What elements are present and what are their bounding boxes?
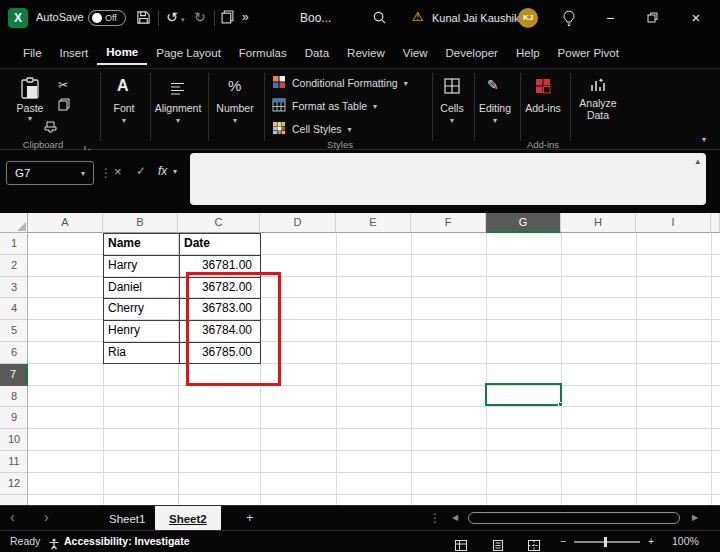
sheet-nav-left-icon[interactable]: ‹ xyxy=(10,509,15,525)
cell-styles-button[interactable]: Cell Styles ▾ xyxy=(272,121,352,137)
cut-icon[interactable]: ✂ xyxy=(58,78,68,92)
addins-button[interactable]: Add-ins xyxy=(520,102,566,114)
tab-view[interactable]: View xyxy=(394,40,437,64)
cell-c5[interactable]: 36784.00 xyxy=(178,320,260,342)
column-header-h[interactable]: H xyxy=(561,213,636,233)
column-header-g[interactable]: G xyxy=(486,213,561,233)
paste-button[interactable]: Paste xyxy=(8,102,52,114)
number-dropdown-icon[interactable]: ▾ xyxy=(208,116,262,125)
tab-file[interactable]: File xyxy=(14,40,51,64)
row-header-10[interactable]: 10 xyxy=(0,429,28,451)
sheet-nav-right-icon[interactable]: › xyxy=(44,509,49,525)
cell-b1[interactable]: Name xyxy=(103,233,177,255)
undo-icon[interactable]: ↺ xyxy=(166,9,178,25)
row-header-1[interactable]: 1 xyxy=(0,233,28,255)
avatar[interactable]: KJ xyxy=(518,8,538,28)
row-header-6[interactable]: 6 xyxy=(0,342,28,364)
search-icon[interactable] xyxy=(372,10,387,29)
restore-button[interactable] xyxy=(638,4,666,32)
row-header-7[interactable]: 7 xyxy=(0,364,28,386)
cell-b2[interactable]: Harry xyxy=(103,255,177,277)
zoom-slider-thumb[interactable] xyxy=(604,537,607,547)
font-dropdown-icon[interactable]: ▾ xyxy=(100,116,148,125)
column-header-b[interactable]: B xyxy=(103,213,178,233)
save-icon[interactable] xyxy=(136,10,151,29)
cells-button[interactable]: Cells xyxy=(432,102,472,114)
cancel-entry-icon[interactable]: × xyxy=(114,164,122,179)
cell-c3[interactable]: 36782.00 xyxy=(178,277,260,299)
horizontal-scrollbar[interactable] xyxy=(466,512,684,525)
cell-c6[interactable]: 36785.00 xyxy=(178,342,260,364)
number-button[interactable]: Number xyxy=(208,102,262,114)
enter-entry-icon[interactable]: ✓ xyxy=(136,164,146,178)
conditional-formatting-button[interactable]: Conditional Formatting ▾ xyxy=(272,75,408,91)
formula-bar-expand-icon[interactable]: ▴ xyxy=(695,156,700,166)
fill-handle[interactable] xyxy=(558,402,563,407)
copy-icon[interactable] xyxy=(221,10,234,28)
minimize-button[interactable]: − xyxy=(596,4,624,32)
zoom-out-icon[interactable]: − xyxy=(560,535,566,547)
column-header-f[interactable]: F xyxy=(411,213,486,233)
alignment-button[interactable]: Alignment xyxy=(150,102,206,114)
sheet-tab-sheet2[interactable]: Sheet2 xyxy=(155,506,221,531)
row-header-11[interactable]: 11 xyxy=(0,451,28,473)
fx-dropdown-icon[interactable]: ▾ xyxy=(173,167,177,176)
row-header-2[interactable]: 2 xyxy=(0,255,28,277)
tab-formulas[interactable]: Formulas xyxy=(230,40,296,64)
close-button[interactable]: × xyxy=(682,4,710,32)
zoom-level[interactable]: 100% xyxy=(672,535,699,547)
tab-developer[interactable]: Developer xyxy=(437,40,507,64)
excel-app-icon[interactable]: X xyxy=(8,8,28,28)
font-button[interactable]: Font xyxy=(100,102,148,114)
column-header-c[interactable]: C xyxy=(178,213,260,233)
select-all-corner[interactable] xyxy=(0,213,28,233)
tab-help[interactable]: Help xyxy=(507,40,549,64)
tab-page-layout[interactable]: Page Layout xyxy=(147,40,230,64)
user-name[interactable]: Kunal Jai Kaushik xyxy=(432,12,519,24)
more-commands-icon[interactable]: » xyxy=(242,10,249,24)
cell-c1[interactable]: Date xyxy=(178,233,260,255)
tab-insert[interactable]: Insert xyxy=(51,40,98,64)
cell-b5[interactable]: Henry xyxy=(103,320,177,342)
column-header-e[interactable]: E xyxy=(336,213,411,233)
tab-home[interactable]: Home xyxy=(97,39,147,65)
row-header-5[interactable]: 5 xyxy=(0,320,28,342)
insert-function-icon[interactable]: fx xyxy=(158,164,167,178)
formula-input[interactable]: ▴ xyxy=(190,153,706,205)
column-header-i[interactable]: I xyxy=(636,213,711,233)
editing-button[interactable]: Editing xyxy=(472,102,518,114)
row-header-12[interactable]: 12 xyxy=(0,473,28,495)
column-header-d[interactable]: D xyxy=(260,213,336,233)
lightbulb-icon[interactable] xyxy=(562,10,576,30)
format-as-table-button[interactable]: Format as Table ▾ xyxy=(272,98,377,114)
column-header-a[interactable]: A xyxy=(28,213,103,233)
tab-power-pivot[interactable]: Power Pivot xyxy=(549,40,628,64)
autosave-toggle[interactable]: Off xyxy=(88,10,126,26)
hscroll-left-icon[interactable]: ◀ xyxy=(452,513,458,522)
ribbon-collapse-icon[interactable]: ▾ xyxy=(696,135,712,144)
tab-data[interactable]: Data xyxy=(296,40,338,64)
format-painter-icon[interactable] xyxy=(44,119,57,137)
copy-small-icon[interactable] xyxy=(58,97,70,115)
cell-b3[interactable]: Daniel xyxy=(103,277,177,299)
alignment-dropdown-icon[interactable]: ▾ xyxy=(150,116,206,125)
row-header-4[interactable]: 4 xyxy=(0,298,28,320)
warning-icon[interactable]: ⚠ xyxy=(412,9,424,24)
row-header-9[interactable]: 9 xyxy=(0,407,28,429)
undo-dropdown-icon[interactable]: ▾ xyxy=(181,16,185,24)
page-layout-view-icon[interactable] xyxy=(492,537,504,552)
zoom-in-icon[interactable]: + xyxy=(648,535,654,547)
cell-b4[interactable]: Cherry xyxy=(103,298,177,320)
tab-review[interactable]: Review xyxy=(338,40,394,64)
name-box[interactable]: G7 ▾ xyxy=(6,161,94,185)
zoom-slider[interactable] xyxy=(574,541,640,543)
active-cell-selection[interactable] xyxy=(485,383,562,406)
row-header-3[interactable]: 3 xyxy=(0,277,28,299)
add-sheet-icon[interactable]: + xyxy=(246,510,254,525)
normal-view-icon[interactable] xyxy=(455,537,467,552)
cell-b6[interactable]: Ria xyxy=(103,342,177,364)
analyze-data-button[interactable]: Analyze Data xyxy=(572,97,624,121)
horizontal-scrollbar-thumb[interactable] xyxy=(468,512,680,524)
page-break-view-icon[interactable] xyxy=(528,537,540,552)
accessibility-icon[interactable] xyxy=(48,536,60,552)
